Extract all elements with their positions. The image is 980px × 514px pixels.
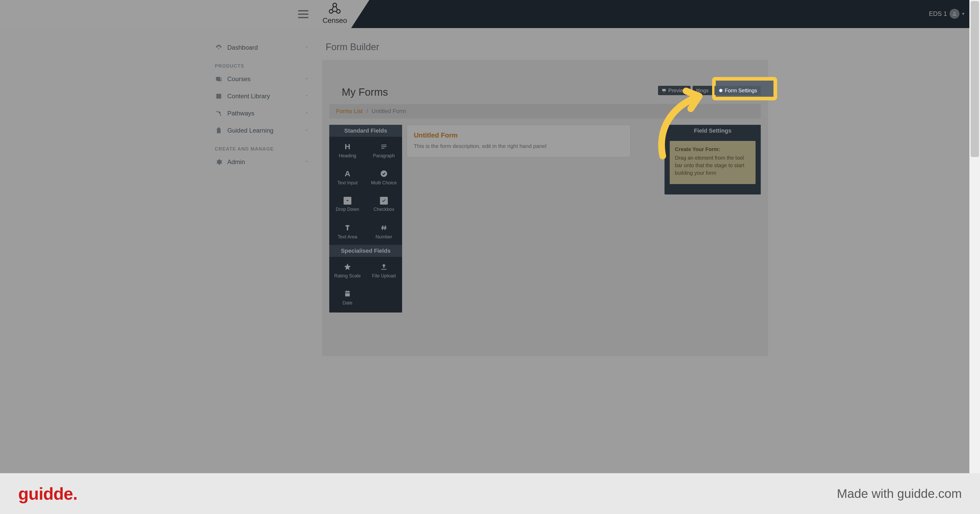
nav-courses[interactable]: Courses — [213, 70, 312, 87]
upload-icon — [379, 262, 388, 271]
clipboard-icon — [215, 127, 223, 135]
palette-label: Paragraph — [373, 153, 395, 159]
palette-label: Multi Choice — [371, 180, 397, 186]
drop-down-icon — [344, 197, 352, 205]
nav-pathways[interactable]: Pathways — [213, 105, 312, 122]
palette-label: File Upload — [372, 273, 396, 279]
my-forms-heading: My Forms — [342, 86, 388, 98]
user-label: EDS 1 — [929, 10, 947, 17]
breadcrumb-forms-list[interactable]: Forms List — [336, 108, 363, 115]
nav-heading-manage: CREATE AND MANAGE — [215, 146, 312, 152]
palette-label: Heading — [339, 153, 356, 159]
dashboard-icon — [215, 44, 223, 51]
palette-header-special: Specialised Fields — [329, 245, 402, 257]
nav-label: Admin — [228, 158, 245, 166]
palette-paragraph[interactable]: Paragraph — [366, 137, 402, 164]
gear-icon — [718, 88, 723, 93]
calendar-icon — [343, 289, 352, 298]
gear-icon — [215, 158, 223, 166]
courses-icon — [215, 75, 223, 83]
palette-label: Date — [342, 300, 352, 306]
page-title: Form Builder — [326, 41, 379, 52]
palette-label: Checkbox — [374, 207, 394, 212]
palette-number[interactable]: Number — [366, 218, 402, 245]
user-menu[interactable]: EDS 1 ▾ — [929, 9, 964, 19]
multi-choice-icon — [379, 169, 388, 178]
form-settings-label: Form Settings — [725, 88, 757, 93]
top-bar: Censeo EDS 1 ▾ — [0, 0, 980, 28]
checkbox-icon — [380, 197, 388, 205]
user-avatar-icon — [950, 9, 959, 19]
sidebar: Dashboard PRODUCTS Courses Content Libra… — [213, 39, 312, 171]
palette-multi-choice[interactable]: Multi Choice — [366, 164, 402, 191]
guidde-attribution: Made with guidde.com — [837, 487, 962, 501]
chevron-right-icon — [305, 76, 309, 82]
top-bar-right — [369, 0, 980, 28]
text-area-icon — [343, 223, 352, 232]
palette-file-upload[interactable]: File Upload — [366, 257, 402, 284]
brand-name: Censeo — [323, 16, 347, 25]
form-description: This is the form description, edit in th… — [414, 143, 624, 149]
palette-label: Number — [375, 234, 392, 240]
palette-label: Rating Scale — [334, 273, 361, 279]
breadcrumb-separator: / — [366, 108, 368, 115]
paragraph-icon — [379, 142, 388, 151]
nav-heading-products: PRODUCTS — [215, 63, 312, 69]
censeo-logo-icon — [328, 2, 342, 16]
pathways-icon — [215, 109, 223, 117]
nav-dashboard[interactable]: Dashboard — [213, 39, 312, 56]
palette-text-area[interactable]: Text Area — [329, 218, 366, 245]
palette-label: Text Area — [337, 234, 357, 240]
menu-toggle-button[interactable] — [298, 9, 309, 19]
field-palette: Standard Fields H Heading Paragraph A Te… — [329, 125, 402, 313]
nav-label: Content Library — [228, 92, 270, 100]
svg-point-1 — [329, 10, 333, 13]
chevron-right-icon — [305, 45, 309, 50]
palette-label: Text Input — [337, 180, 358, 186]
chevron-right-icon — [305, 159, 309, 165]
nav-label: Courses — [228, 75, 250, 82]
text-input-icon: A — [343, 169, 352, 178]
chevron-right-icon — [305, 94, 309, 99]
palette-date[interactable]: Date — [329, 284, 366, 311]
form-settings-button[interactable]: Form Settings — [714, 86, 761, 95]
caret-down-icon: ▾ — [962, 11, 964, 17]
palette-heading[interactable]: H Heading — [329, 137, 366, 164]
palette-header-standard: Standard Fields — [329, 125, 402, 137]
svg-point-2 — [337, 10, 340, 13]
nav-label: Guided Learning — [228, 127, 274, 134]
nav-content-library[interactable]: Content Library — [213, 87, 312, 105]
nav-guided-learning[interactable]: Guided Learning — [213, 122, 312, 139]
palette-label: Drop Down — [336, 207, 359, 212]
guidde-logo: guidde. — [18, 484, 78, 504]
chevron-right-icon — [305, 111, 309, 116]
nav-label: Dashboard — [228, 44, 258, 51]
guidde-footer: guidde. Made with guidde.com — [0, 473, 980, 514]
star-icon — [343, 262, 352, 271]
form-title: Untitled Form — [414, 131, 624, 140]
brand: Censeo — [323, 2, 347, 25]
heading-icon: H — [343, 142, 352, 151]
palette-rating-scale[interactable]: Rating Scale — [329, 257, 366, 284]
number-icon — [379, 223, 388, 232]
breadcrumb-current: Untitled Form — [372, 108, 406, 115]
palette-checkbox[interactable]: Checkbox — [366, 191, 402, 218]
main-panel: My Forms Preview ttings Form Settings — [322, 60, 768, 356]
app-area: Censeo EDS 1 ▾ Dashboard — [0, 0, 980, 473]
annotation-arrow-icon — [647, 78, 715, 161]
scrollbar[interactable] — [969, 0, 980, 473]
library-icon — [215, 92, 223, 100]
scrollbar-thumb[interactable] — [970, 1, 979, 157]
nav-label: Pathways — [228, 110, 255, 117]
chevron-right-icon — [305, 128, 309, 133]
svg-point-0 — [333, 3, 337, 7]
top-bar-left — [0, 0, 374, 28]
palette-drop-down[interactable]: Drop Down — [329, 191, 366, 218]
form-stage[interactable]: Untitled Form This is the form descripti… — [407, 125, 630, 157]
nav-admin[interactable]: Admin — [213, 153, 312, 171]
palette-text-input[interactable]: A Text Input — [329, 164, 366, 191]
